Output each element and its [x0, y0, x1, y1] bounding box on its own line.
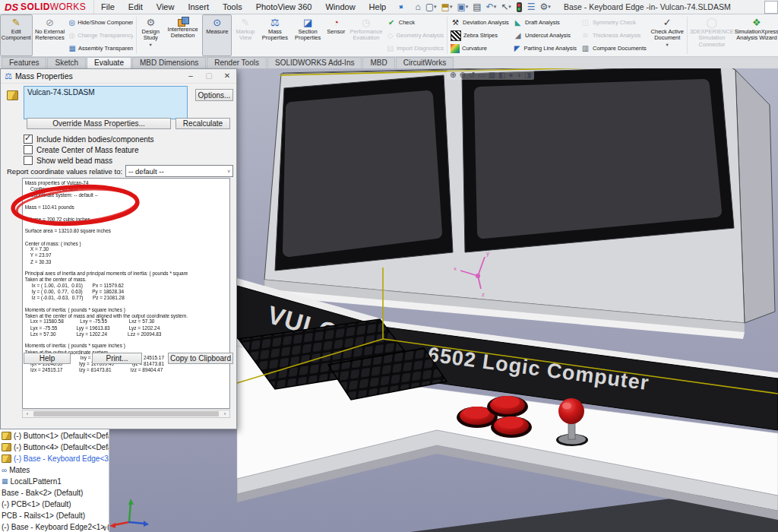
feature-tree-item[interactable]: (-) Base - Keyboard Edge<3> (Default- [2, 453, 109, 464]
menu-item[interactable]: File [94, 0, 122, 14]
copy-to-clipboard-button[interactable]: Copy to Clipboard [168, 353, 233, 364]
draft-analysis-button[interactable]: ◣Draft Analysis [513, 17, 577, 28]
report-coordinate-label: Report coordinate values relative to: [7, 167, 122, 176]
menu-item[interactable]: PhotoView 360 [249, 0, 319, 14]
hud-icon[interactable]: ↺ [469, 70, 475, 80]
checkbox-create-com-feature[interactable]: Create Center of Mass feature [24, 145, 139, 154]
scrollbar-thumb[interactable] [33, 411, 219, 416]
save-icon[interactable]: ▣▾ [455, 1, 470, 13]
measure-button[interactable]: ⊙ Measure [202, 14, 232, 56]
interference-detection-button[interactable]: Interference Detection [164, 14, 201, 56]
ribbon-tab[interactable]: MBD [362, 57, 394, 68]
ribbon-tab[interactable]: Render Tools [207, 57, 267, 68]
zebra-stripes-button[interactable]: Zebra Stripes [451, 30, 509, 41]
checkbox-box[interactable] [24, 145, 33, 154]
check-button[interactable]: ✔Check [387, 17, 444, 28]
results-horizontal-scrollbar[interactable]: ‹ › [22, 410, 230, 418]
checkbox-show-weld-bead-mass[interactable]: Show weld bead mass [24, 156, 112, 165]
hud-icon[interactable]: ⊕ [450, 70, 456, 80]
design-study-dropdown[interactable]: ▾ [150, 42, 152, 48]
undo-icon[interactable]: ↶▾ [485, 1, 498, 13]
ribbon-tab[interactable]: SOLIDWORKS Add-Ins [267, 57, 362, 68]
hud-icon[interactable]: ◑ [517, 70, 521, 80]
hud-icon[interactable]: ◧ [498, 70, 505, 80]
hud-icon[interactable]: ▦ [489, 70, 495, 80]
home-icon[interactable]: ⌂ [413, 1, 422, 13]
open-document-icon[interactable]: ⬒▾ [440, 1, 454, 13]
checkbox-box[interactable] [24, 135, 33, 144]
check-active-document-dropdown[interactable]: ▾ [666, 42, 669, 48]
compare-documents-button[interactable]: ▥Compare Documents [580, 43, 647, 54]
hud-icon[interactable]: ⊖ [459, 70, 465, 80]
options-button[interactable]: Options... [195, 89, 233, 101]
ribbon-tab[interactable]: CircuitWorks [396, 57, 454, 68]
dialog-title: Mass Properties [15, 71, 182, 81]
feature-tree-item[interactable]: (-) Button<1> (Default<<Default>_Dis [2, 430, 109, 442]
results-line: Moments of inertia: ( pounds * square in… [25, 343, 230, 349]
menu-item[interactable]: Window [318, 0, 362, 14]
recalculate-button[interactable]: Recalculate [176, 118, 230, 129]
feature-tree-item[interactable]: Mates [2, 464, 109, 476]
hud-icon[interactable]: ▭ [478, 70, 485, 80]
ribbon-tab[interactable]: Sketch [47, 57, 86, 68]
scroll-right-arrow[interactable]: › [220, 411, 229, 416]
menu-item[interactable]: View [150, 0, 182, 14]
ribbon-tab[interactable]: Features [2, 57, 46, 68]
symmetry-check-button: ◫Symmetry Check [580, 17, 647, 28]
print-button[interactable]: Print... [92, 353, 142, 364]
hide-show-components-button[interactable]: ◎Hide/Show Components [69, 17, 133, 28]
scroll-left-arrow[interactable]: ‹ [23, 411, 32, 416]
feature-tree-item[interactable]: PCB - Rails<1> (Default) [2, 510, 109, 521]
menu-item[interactable]: Help [362, 0, 394, 14]
menu-item[interactable]: Tools [216, 0, 249, 14]
deviation-analysis-button[interactable]: ⚒Deviation Analysis [451, 17, 509, 28]
ribbon-tab[interactable]: MBD Dimensions [132, 57, 206, 68]
undercut-analysis-button[interactable]: ◢Undercut Analysis [513, 30, 577, 41]
parting-line-analysis-button[interactable]: ◤Parting Line Analysis [513, 43, 577, 54]
check-icon: ✔ [387, 18, 397, 27]
feature-tree-item[interactable]: Base - Bak<2> (Default) [2, 487, 109, 499]
no-external-references-button[interactable]: ⊘ No External References [33, 14, 67, 56]
minimize-button[interactable]: – [182, 69, 200, 83]
mass-properties-results[interactable]: Mass properties of Vulcan-74 Configurati… [22, 178, 230, 409]
new-document-icon[interactable]: ▢▾ [424, 1, 438, 13]
pin-icon[interactable]: ✦ [395, 1, 406, 13]
feature-tree-item[interactable]: (-) Button<4> (Default<<Default>_Dis [2, 442, 109, 453]
override-mass-properties-button[interactable]: Override Mass Properties... [27, 118, 171, 129]
print-icon[interactable]: ▤ [471, 1, 482, 13]
hud-icon[interactable]: ● [509, 70, 514, 80]
section-properties-button[interactable]: ◪ Section Properties [292, 14, 324, 56]
check-active-document-button[interactable]: ✓ Check Active Document ▾ [650, 14, 686, 56]
tree-scroll-chevron-icon[interactable]: ∨ [102, 524, 107, 532]
curvature-button[interactable]: Curvature [451, 43, 509, 54]
simulationxpress-button[interactable]: ❖ SimulationXpress Analysis Wizard [735, 14, 778, 56]
menu-item[interactable]: Edit [122, 0, 150, 14]
feature-tree-item[interactable]: (-) Base - Keyboard Edge2<1> (Default<<[ [2, 521, 109, 532]
close-button[interactable]: ✕ [218, 69, 236, 83]
options-gear-icon[interactable]: ⚙▾ [539, 1, 552, 13]
feature-icon [2, 443, 11, 451]
feature-tree-item[interactable]: LocalLPattern1 [2, 476, 109, 487]
edit-component-button[interactable]: ✎ Edit Component [0, 14, 33, 56]
sensor-button[interactable]: ◔ Sensor [324, 14, 347, 56]
checkbox-include-hidden-bodies[interactable]: Include hidden bodies/components [24, 135, 154, 144]
dialog-title-bar[interactable]: ⚖ Mass Properties – ▢ ✕ [1, 69, 236, 84]
feature-tree-item[interactable]: (-) PCB<1> (Default) [2, 499, 109, 510]
rebuild-icon[interactable] [517, 2, 522, 12]
checkbox-box[interactable] [24, 156, 33, 165]
menu-item[interactable]: Insert [181, 0, 216, 14]
assembly-transparency-button[interactable]: ▦Assembly Transparency [69, 43, 133, 54]
ribbon-tab[interactable]: Evaluate [87, 57, 131, 68]
coordinate-system-dropdown[interactable]: -- default -- ˅ [125, 165, 233, 177]
heads-up-view-toolbar[interactable]: ⊕⊖↺▭▦◧●◑◨ [447, 70, 534, 80]
right-screen [462, 68, 734, 252]
hud-icon[interactable]: ◨ [524, 70, 531, 80]
file-properties-icon[interactable]: ☰ [526, 1, 537, 13]
select-cursor-icon[interactable]: ↖▾ [499, 1, 513, 13]
mass-properties-button[interactable]: ⚖ Mass Properties [259, 14, 291, 56]
results-line: Iz = (-0.01, -0.63, 0.77) Pz = 21081.28 [25, 295, 230, 301]
design-study-button[interactable]: ⚙ Design Study ▾ [138, 14, 164, 56]
search-box[interactable] [764, 1, 778, 14]
help-button[interactable]: Help [24, 353, 71, 364]
selection-list[interactable]: Vulcan-74.SLDASM [24, 86, 188, 119]
